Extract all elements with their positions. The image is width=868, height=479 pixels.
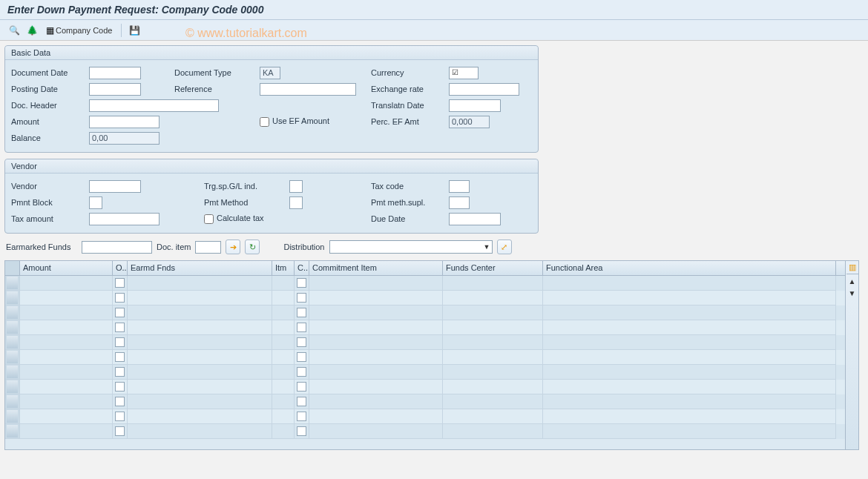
table-row[interactable] [5,305,845,320]
o-checkbox[interactable] [115,352,125,362]
o-checkbox[interactable] [115,412,125,421]
row-selector[interactable] [7,366,18,378]
row-selector[interactable] [7,306,18,319]
c-checkbox[interactable] [297,323,306,332]
col-itm[interactable]: Itm [272,261,295,275]
document-date-field[interactable] [89,67,141,79]
due-date-field[interactable] [449,213,501,225]
table-row[interactable] [5,394,845,409]
table-row[interactable] [5,380,845,394]
tree-on-icon[interactable]: 🌲 [25,24,39,37]
pmt-supl-field[interactable] [449,196,470,209]
table-settings-icon[interactable]: ▥ [846,261,858,274]
row-selector[interactable] [7,425,18,437]
label-doc-item: Doc. item [157,242,191,251]
scroll-up-icon[interactable]: ▲ [847,276,858,286]
col-earmd-fnds[interactable]: Earmd Fnds [128,261,272,275]
c-checkbox[interactable] [297,293,306,303]
label-vendor: Vendor [11,182,89,191]
posting-date-field[interactable] [89,83,141,96]
chevron-down-icon: ▼ [484,243,490,251]
vendor-field[interactable] [89,180,141,193]
o-checkbox[interactable] [115,308,125,317]
o-checkbox[interactable] [115,293,125,303]
col-o[interactable]: O.. [113,261,128,275]
c-checkbox[interactable] [297,412,306,421]
row-selector[interactable] [7,321,18,334]
c-checkbox[interactable] [297,352,306,362]
table-row[interactable] [5,276,845,291]
company-code-button[interactable]: ▦ Company Code [43,24,115,37]
row-selector[interactable] [7,336,18,348]
label-tax-amount: Tax amount [11,214,89,223]
doc-item-field[interactable] [195,241,221,254]
table-row[interactable] [5,350,845,365]
label-posting-date: Posting Date [11,85,89,93]
c-checkbox[interactable] [297,382,306,392]
amount-field[interactable] [89,116,160,128]
table-row[interactable] [5,409,845,424]
o-checkbox[interactable] [115,367,125,377]
o-checkbox[interactable] [115,382,125,392]
label-calc-tax: Calculate tax [217,214,264,222]
row-selector[interactable] [7,410,18,423]
table-row[interactable] [5,424,845,439]
c-checkbox[interactable] [297,426,306,436]
refresh-icon[interactable]: ↻ [245,240,260,254]
expand-icon[interactable]: ⤢ [497,240,512,254]
earmarked-funds-field[interactable] [82,241,152,254]
row-selector[interactable] [7,277,18,289]
row-selector[interactable] [7,395,18,408]
o-checkbox[interactable] [115,278,125,288]
col-functional-area[interactable]: Functional Area [543,261,836,275]
calculate-tax-checkbox[interactable] [204,214,214,224]
pmnt-block-field[interactable] [89,196,102,209]
table-row[interactable] [5,335,845,350]
table-body [5,276,845,439]
perc-ef-amt-field[interactable] [449,116,490,128]
page-title: Enter Down Payment Request: Company Code… [0,0,868,20]
o-checkbox[interactable] [115,337,125,347]
reference-field[interactable] [260,83,356,96]
c-checkbox[interactable] [297,337,306,347]
document-type-field[interactable] [260,67,280,79]
c-checkbox[interactable] [297,308,306,317]
trg-sp-gl-field[interactable] [289,180,303,193]
row-selector[interactable] [7,291,18,304]
park-document-icon[interactable]: 💾 [128,24,141,37]
label-pmnt-block: Pmnt Block [11,198,89,207]
translatn-date-field[interactable] [449,99,501,112]
scroll-down-icon[interactable]: ▼ [847,288,858,298]
exchange-rate-field[interactable] [449,83,519,96]
table-row[interactable] [5,320,845,335]
row-selector[interactable] [7,380,18,393]
label-balance: Balance [11,133,89,142]
row-selector[interactable] [7,351,18,363]
c-checkbox[interactable] [297,278,306,288]
earmarked-funds-row: Earmarked Funds Doc. item ➔ ↻ Distributi… [6,240,540,254]
label-reference: Reference [174,85,260,93]
use-ef-amount-checkbox[interactable] [260,117,269,127]
o-checkbox[interactable] [115,397,125,406]
o-checkbox[interactable] [115,323,125,332]
col-c[interactable]: C.. [295,261,309,275]
pmt-method-field[interactable] [289,196,303,209]
table-row[interactable] [5,291,845,305]
doc-header-field[interactable] [89,99,219,112]
tax-amount-field[interactable] [89,213,160,225]
col-select[interactable] [5,261,20,275]
tax-code-field[interactable] [449,180,470,193]
balance-field [89,132,160,145]
col-commitment-item[interactable]: Commitment Item [309,261,443,275]
c-checkbox[interactable] [297,367,306,377]
arrow-right-icon[interactable]: ➔ [226,240,240,254]
company-code-label: Company Code [56,26,112,35]
o-checkbox[interactable] [115,426,125,436]
label-currency: Currency [371,68,449,77]
table-row[interactable] [5,365,845,380]
col-amount[interactable]: Amount [20,261,113,275]
c-checkbox[interactable] [297,397,306,406]
distribution-combobox[interactable]: ▼ [329,240,493,254]
display-overview-icon[interactable]: 🔍 [7,24,21,37]
col-funds-center[interactable]: Funds Center [443,261,543,275]
